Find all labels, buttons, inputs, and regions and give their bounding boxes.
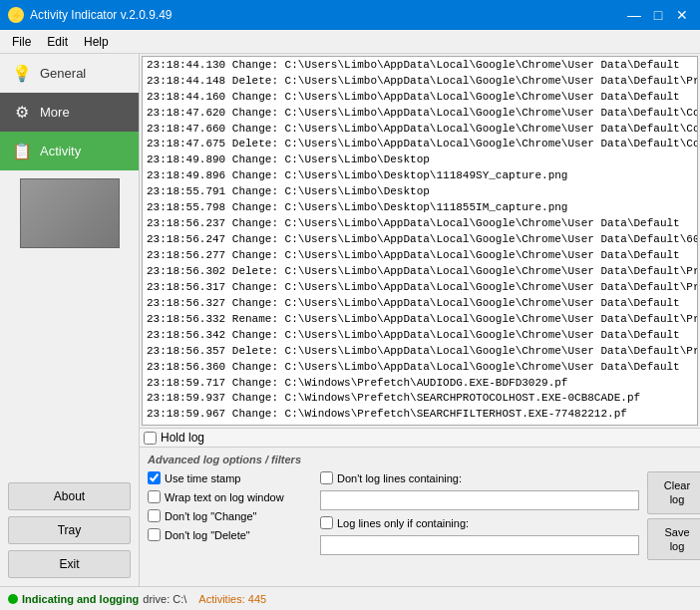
close-button[interactable]: ✕ — [672, 6, 692, 24]
log-line: 23:18:55.791 Change: C:\Users\Limbo\Desk… — [147, 184, 693, 200]
wrap-text-label[interactable]: Wrap text on log window — [148, 490, 312, 503]
maximize-button[interactable]: □ — [648, 6, 668, 24]
use-timestamp-label[interactable]: Use time stamp — [148, 471, 312, 484]
log-line: 23:18:44.130 Change: C:\Users\Limbo\AppD… — [147, 58, 693, 74]
sidebar: 💡 General ⚙ More 📋 Activity About Tray E… — [0, 54, 140, 586]
log-line: 23:18:56.342 Change: C:\Users\Limbo\AppD… — [147, 328, 693, 344]
app-icon: ⚡ — [8, 7, 24, 23]
log-lines-only-label: Log lines only if containing: — [337, 517, 469, 529]
log-lines-only-input[interactable] — [320, 535, 639, 555]
sidebar-activity-label: Activity — [40, 144, 81, 158]
dont-log-change-text: Don't log "Change" — [165, 510, 256, 522]
dont-log-containing-label: Don't log lines containing: — [337, 472, 462, 484]
advanced-options: Advanced log options / filters Use time … — [140, 447, 700, 586]
menu-file[interactable]: File — [4, 33, 39, 51]
use-timestamp-checkbox[interactable] — [148, 471, 161, 484]
status-indicator — [8, 594, 18, 604]
status-activities: Activities: 445 — [198, 593, 266, 605]
advanced-title: Advanced log options / filters — [148, 454, 692, 465]
log-line: 23:18:59.967 Change: C:\Windows\Prefetch… — [147, 407, 693, 423]
window-controls: — □ ✕ — [624, 6, 692, 24]
log-line: 23:18:56.247 Change: C:\Users\Limbo\AppD… — [147, 232, 693, 248]
menu-bar: File Edit Help — [0, 30, 700, 54]
log-line: 23:18:59.937 Change: C:\Windows\Prefetch… — [147, 391, 693, 407]
log-line: 23:18:56.327 Change: C:\Users\Limbo\AppD… — [147, 296, 693, 312]
lightbulb-icon: 💡 — [12, 64, 32, 83]
sidebar-more-label: More — [40, 105, 70, 120]
log-line: 23:18:49.896 Change: C:\Users\Limbo\Desk… — [147, 168, 693, 184]
sidebar-item-more[interactable]: ⚙ More — [0, 93, 139, 132]
save-log-button[interactable]: Save log — [647, 518, 700, 561]
hold-log-checkbox[interactable] — [144, 432, 157, 445]
dont-log-delete-label[interactable]: Don't log "Delete" — [148, 528, 312, 541]
use-timestamp-text: Use time stamp — [165, 472, 240, 484]
hold-log-bar: Hold log — [140, 428, 700, 447]
dont-log-change-label[interactable]: Don't log "Change" — [148, 509, 312, 522]
minimize-button[interactable]: — — [624, 6, 644, 24]
status-bar: Indicating and logging drive: C:\ Activi… — [0, 586, 700, 610]
sidebar-bottom: About Tray Exit — [0, 474, 139, 586]
log-line: 23:18:49.890 Change: C:\Users\Limbo\Desk… — [147, 152, 693, 168]
status-drive: drive: C:\ — [143, 593, 186, 605]
clear-log-button[interactable]: Clear log — [647, 471, 700, 514]
gear-icon: ⚙ — [12, 103, 32, 122]
log-line: 23:18:56.357 Delete: C:\Users\Limbo\AppD… — [147, 344, 693, 360]
sidebar-item-general[interactable]: 💡 General — [0, 54, 139, 93]
log-line: 23:18:56.332 Rename: C:\Users\Limbo\AppD… — [147, 312, 693, 328]
log-line: 23:18:55.798 Change: C:\Users\Limbo\Desk… — [147, 200, 693, 216]
log-line: 23:18:56.360 Change: C:\Users\Limbo\AppD… — [147, 360, 693, 376]
exit-button[interactable]: Exit — [8, 550, 131, 578]
activity-icon: 📋 — [12, 142, 32, 160]
title-bar: ⚡ Activity Indicator v.2.0.9.49 — □ ✕ — [0, 0, 700, 30]
menu-edit[interactable]: Edit — [39, 33, 76, 51]
sidebar-item-activity[interactable]: 📋 Activity — [0, 132, 139, 170]
log-line: 23:18:56.237 Change: C:\Users\Limbo\AppD… — [147, 216, 693, 232]
log-line: 23:18:56.317 Change: C:\Users\Limbo\AppD… — [147, 280, 693, 296]
app-title: Activity Indicator v.2.0.9.49 — [30, 8, 173, 22]
log-line: 23:18:47.620 Change: C:\Users\Limbo\AppD… — [147, 106, 693, 122]
log-line: 23:18:59.717 Change: C:\Windows\Prefetch… — [147, 376, 693, 392]
log-line: 23:18:44.148 Delete: C:\Users\Limbo\AppD… — [147, 74, 693, 90]
log-line: 23:18:47.675 Delete: C:\Users\Limbo\AppD… — [147, 137, 693, 152]
sidebar-general-label: General — [40, 66, 86, 81]
tray-button[interactable]: Tray — [8, 516, 131, 544]
log-line: 23:18:56.302 Delete: C:\Users\Limbo\AppD… — [147, 264, 693, 280]
wrap-text-checkbox[interactable] — [148, 490, 161, 503]
dont-log-delete-checkbox[interactable] — [148, 528, 161, 541]
dont-log-delete-text: Don't log "Delete" — [165, 529, 250, 541]
thumbnail-inner — [21, 179, 119, 247]
dont-log-containing-checkbox[interactable] — [320, 471, 333, 484]
log-text-area[interactable]: 23:18:44.108 Delete: C:\Users\Limbo\AppD… — [143, 57, 697, 425]
log-lines-only-checkbox[interactable] — [320, 516, 333, 529]
status-indicating-text: Indicating and logging — [22, 593, 139, 605]
wrap-text-text: Wrap text on log window — [165, 491, 284, 503]
log-line: 23:18:56.277 Change: C:\Users\Limbo\AppD… — [147, 248, 693, 264]
log-container: 23:18:44.108 Delete: C:\Users\Limbo\AppD… — [142, 56, 698, 426]
about-button[interactable]: About — [8, 482, 131, 510]
dont-log-containing-input[interactable] — [320, 490, 639, 510]
menu-help[interactable]: Help — [76, 33, 117, 51]
log-line: 23:18:44.160 Change: C:\Users\Limbo\AppD… — [147, 90, 693, 106]
hold-log-label: Hold log — [161, 431, 204, 445]
title-bar-left: ⚡ Activity Indicator v.2.0.9.49 — [8, 7, 173, 23]
dont-log-change-checkbox[interactable] — [148, 509, 161, 522]
log-line: 23:18:47.660 Change: C:\Users\Limbo\AppD… — [147, 122, 693, 138]
thumbnail-area — [20, 178, 120, 248]
